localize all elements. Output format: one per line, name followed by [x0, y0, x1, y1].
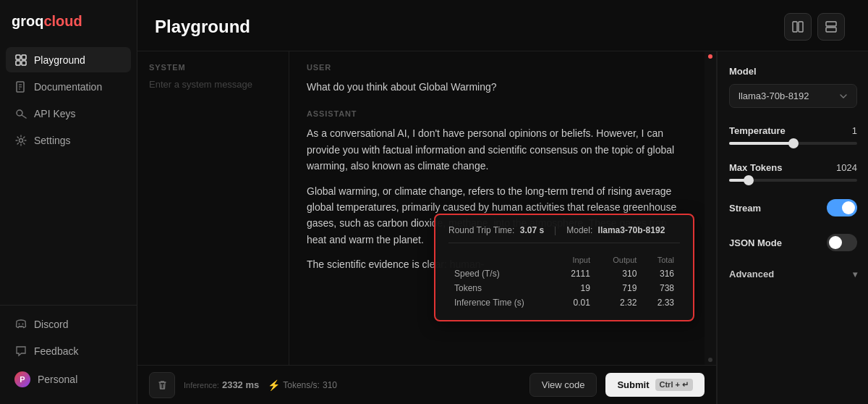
chevron-down-icon: ▾ — [853, 269, 857, 279]
tokens-value: 310 — [323, 380, 337, 390]
stat-output: 310 — [596, 266, 642, 281]
assistant-para-1: As a conversational AI, I don't have per… — [307, 125, 687, 174]
temperature-thumb[interactable] — [788, 138, 799, 148]
max-tokens-slider[interactable] — [729, 179, 857, 182]
temperature-section: Temperature 1 — [729, 125, 857, 145]
submit-button[interactable]: Submit Ctrl + ↵ — [605, 373, 705, 397]
api-keys-icon — [14, 107, 27, 119]
avatar: P — [14, 371, 30, 387]
feedback-icon — [14, 345, 27, 357]
stats-table: Input Output Total Speed (T/s) 2111 310 … — [448, 253, 680, 310]
user-message-group: USER What do you think about Global Warm… — [307, 63, 687, 95]
main-content: Playground SYSTEM Enter a system message — [137, 0, 868, 404]
stat-output: 719 — [596, 281, 642, 295]
messages-column[interactable]: USER What do you think about Global Warm… — [289, 51, 705, 365]
sidebar-item-settings[interactable]: Settings — [6, 127, 131, 153]
temperature-fill — [729, 142, 793, 145]
sidebar-item-label: Discord — [34, 319, 68, 330]
page-title: Playground — [155, 17, 250, 37]
playground-icon — [14, 54, 27, 66]
max-tokens-value: 1024 — [836, 162, 857, 173]
stats-header: Round Trip Time: 3.07 s | Model: llama3-… — [448, 225, 680, 243]
advanced-row[interactable]: Advanced ▾ — [729, 269, 857, 279]
stat-total: 316 — [642, 266, 680, 281]
sidebar-item-documentation[interactable]: Documentation — [6, 74, 131, 99]
chevron-down-icon — [839, 92, 848, 101]
stream-label: Stream — [729, 203, 761, 214]
stream-toggle[interactable] — [827, 199, 857, 216]
layout-toggle-btn-1[interactable] — [784, 13, 812, 41]
sidebar-item-label: Feedback — [34, 345, 78, 357]
model-label: Model — [729, 66, 857, 77]
stat-input: 19 — [556, 281, 596, 295]
svg-point-11 — [18, 323, 20, 324]
stat-label: Tokens — [448, 281, 556, 295]
col-header-output: Output — [596, 253, 642, 266]
sidebar-item-label: Settings — [34, 135, 71, 146]
layout-toggle-btn-2[interactable] — [817, 13, 845, 41]
stat-label: Inference Time (s) — [448, 295, 556, 310]
submit-label: Submit — [617, 379, 649, 390]
bottom-bar: Inference: 2332 ms ⚡ Tokens/s: 310 View … — [137, 365, 716, 404]
right-panel-wrapper: Model llama3-70b-8192 Temperature 1 — [716, 51, 868, 404]
model-select[interactable]: llama3-70b-8192 — [729, 84, 857, 108]
stat-total: 738 — [642, 281, 680, 295]
sidebar-item-label: Documentation — [34, 81, 102, 93]
svg-rect-13 — [793, 22, 797, 32]
col-header-label — [448, 253, 556, 266]
stats-overlay: Round Trip Time: 3.07 s | Model: llama3-… — [434, 214, 694, 321]
json-mode-toggle[interactable] — [827, 234, 857, 251]
delete-button[interactable] — [149, 372, 175, 398]
sidebar-item-api-keys[interactable]: API Keys — [6, 101, 131, 126]
temperature-slider[interactable] — [729, 142, 857, 145]
bolt-icon: ⚡ — [268, 379, 280, 391]
advanced-label: Advanced — [729, 269, 774, 279]
model-select-value: llama3-70b-8192 — [739, 91, 809, 101]
content-area: SYSTEM Enter a system message USER What … — [137, 51, 868, 404]
svg-point-10 — [19, 138, 22, 142]
user-message-content: What do you think about Global Warming? — [307, 79, 687, 95]
submit-shortcut: Ctrl + ↵ — [655, 379, 693, 391]
temperature-value: 1 — [852, 125, 857, 136]
discord-icon — [14, 318, 27, 330]
sidebar-item-discord[interactable]: Discord — [6, 311, 131, 337]
json-mode-toggle-knob — [829, 236, 842, 249]
tokens-info: ⚡ Tokens/s: 310 — [268, 379, 337, 391]
stream-section: Stream — [729, 199, 857, 216]
user-label: Personal — [38, 374, 77, 385]
model-section: Model llama3-70b-8192 — [729, 66, 857, 108]
scroll-dot-active — [708, 54, 712, 59]
advanced-section: Advanced ▾ — [729, 269, 857, 279]
tokens-label: Tokens/s: — [283, 380, 320, 390]
json-mode-section: JSON Mode — [729, 234, 857, 251]
stat-input: 2111 — [556, 266, 596, 281]
svg-line-9 — [22, 115, 26, 118]
sidebar-item-label: API Keys — [34, 108, 76, 119]
documentation-icon — [14, 80, 27, 93]
sidebar-nav: Playground Documentation API Keys Settin… — [0, 41, 137, 305]
col-header-input: Input — [556, 253, 596, 266]
system-column: SYSTEM Enter a system message — [137, 51, 289, 365]
sidebar-item-feedback[interactable]: Feedback — [6, 338, 131, 363]
svg-rect-3 — [22, 61, 26, 65]
svg-rect-1 — [22, 55, 26, 59]
inference-info: Inference: 2332 ms — [184, 379, 259, 390]
stat-input: 0.01 — [556, 295, 596, 310]
view-code-button[interactable]: View code — [529, 373, 597, 397]
svg-rect-0 — [16, 55, 20, 59]
max-tokens-thumb[interactable] — [744, 175, 754, 185]
stat-total: 2.33 — [642, 295, 680, 310]
sidebar-user[interactable]: P Personal — [6, 365, 131, 394]
svg-rect-16 — [826, 28, 836, 32]
system-placeholder[interactable]: Enter a system message — [149, 79, 277, 90]
stat-output: 2.32 — [596, 295, 642, 310]
stats-model-value: llama3-70b-8192 — [598, 225, 665, 235]
sidebar-bottom: Discord Feedback P Personal — [0, 305, 137, 404]
sidebar-item-playground[interactable]: Playground — [6, 47, 131, 72]
max-tokens-section: Max Tokens 1024 — [729, 162, 857, 182]
sidebar-item-label: Playground — [34, 54, 85, 66]
svg-rect-15 — [826, 22, 836, 26]
chat-columns: SYSTEM Enter a system message USER What … — [137, 51, 716, 365]
inference-label: Inference: — [184, 381, 219, 390]
chat-area: SYSTEM Enter a system message USER What … — [137, 51, 716, 404]
